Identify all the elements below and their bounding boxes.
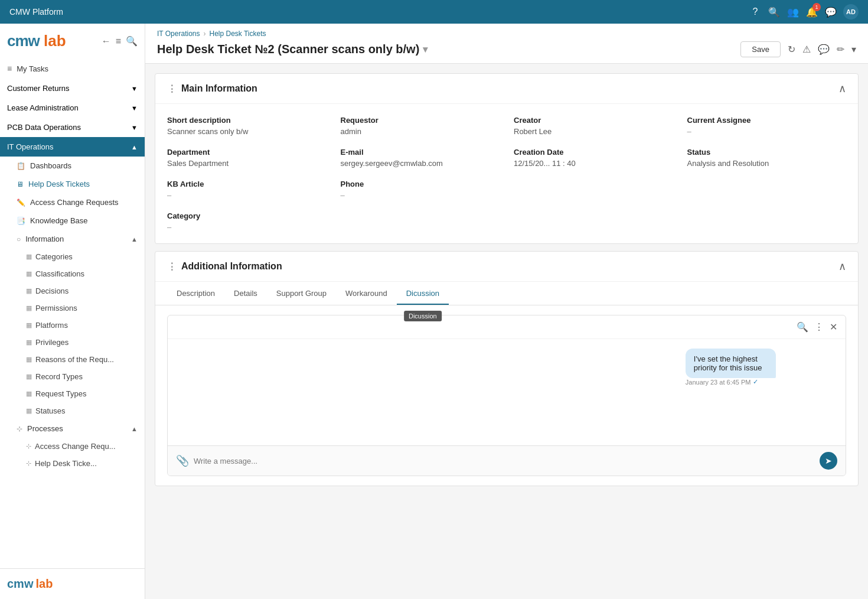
- field-value-dept: Sales Department: [167, 159, 327, 168]
- processes-chevron: ▲: [131, 425, 138, 432]
- footer-logo-cmw: cmw: [7, 577, 33, 591]
- additional-info-collapse[interactable]: ∧: [838, 260, 846, 273]
- sidebar-search-icon[interactable]: 🔍: [126, 35, 138, 47]
- send-button[interactable]: ➤: [820, 452, 837, 470]
- nav-decisions[interactable]: ▦Decisions: [0, 282, 145, 300]
- breadcrumb-parent[interactable]: IT Operations: [157, 30, 200, 38]
- field-label-short-desc: Short description: [167, 116, 327, 125]
- main-info-collapse[interactable]: ∧: [838, 82, 846, 95]
- nav-my-tasks[interactable]: ≡ My Tasks: [0, 58, 145, 79]
- tab-support-group[interactable]: Support Group: [267, 282, 336, 305]
- messages-icon[interactable]: 💬: [824, 5, 837, 18]
- field-label-category: Category: [167, 211, 327, 220]
- nav-help-desk-tickets[interactable]: 🖥 Help Desk Tickets: [0, 175, 145, 193]
- nav-information-header[interactable]: ○ Information ▲: [0, 230, 145, 248]
- nav-pcb-ops[interactable]: PCB Data Operations ▼: [0, 118, 145, 137]
- title-dropdown-icon[interactable]: ▾: [423, 44, 428, 55]
- nav-access-change-requ[interactable]: ⊹Access Change Requ...: [0, 438, 145, 455]
- warning-icon[interactable]: ⚠: [802, 44, 811, 55]
- save-button[interactable]: Save: [740, 41, 781, 57]
- message-meta: January 23 at 6:45 PM ✓: [686, 378, 836, 386]
- app-title: CMW Platform: [9, 7, 63, 17]
- nav-help-desk-ticke[interactable]: ⊹Help Desk Ticke...: [0, 455, 145, 472]
- tab-details[interactable]: Details: [224, 282, 267, 305]
- nav-platforms[interactable]: ▦Platforms: [0, 317, 145, 334]
- chat-input[interactable]: [194, 457, 815, 465]
- field-label-status: Status: [687, 148, 847, 157]
- chat-search-icon[interactable]: 🔍: [797, 321, 808, 333]
- nav-privileges[interactable]: ▦Privileges: [0, 334, 145, 351]
- sidebar-controls: ← ≡ 🔍: [102, 35, 138, 47]
- field-current-assignee: Current Assignee –: [687, 116, 847, 136]
- field-value-email: sergey.sergeev@cmwlab.com: [341, 159, 500, 168]
- nav-processes-header[interactable]: ⊹ Processes ▲: [0, 419, 145, 438]
- nav-permissions[interactable]: ▦Permissions: [0, 300, 145, 317]
- nav-customer-returns[interactable]: Customer Returns ▼: [0, 79, 145, 98]
- field-value-assignee: –: [687, 127, 847, 136]
- drag-handle[interactable]: ⋮: [167, 83, 177, 95]
- field-label-phone: Phone: [341, 180, 500, 188]
- field-value-category: –: [167, 223, 327, 232]
- logo: cmw lab: [7, 32, 66, 50]
- customer-returns-chevron: ▼: [131, 85, 138, 92]
- message-bubble: I've set the highest priority for this i…: [686, 349, 776, 378]
- nav-knowledge-base[interactable]: 📑 Knowledge Base: [0, 211, 145, 230]
- dashboards-icon: 📋: [17, 162, 25, 170]
- chat-close-icon[interactable]: ✕: [830, 321, 837, 333]
- comment-icon[interactable]: 💬: [818, 44, 830, 55]
- kb-label: Knowledge Base: [30, 216, 88, 225]
- nav-statuses[interactable]: ▦Statuses: [0, 402, 145, 419]
- field-label-email: E-mail: [341, 148, 500, 157]
- search-icon[interactable]: 🔍: [768, 5, 781, 18]
- nav-reasons[interactable]: ▦Reasons of the Requ...: [0, 351, 145, 368]
- chat-toolbar: 🔍 ⋮ ✕: [168, 315, 846, 339]
- topbar: CMW Platform ? 🔍 👥 🔔 1 💬 AD: [0, 0, 868, 24]
- refresh-icon[interactable]: ↻: [788, 44, 795, 55]
- additional-info-title-text: Additional Information: [181, 261, 282, 272]
- more-icon[interactable]: ▾: [851, 44, 856, 55]
- notifications-icon[interactable]: 🔔 1: [805, 5, 818, 18]
- field-value-creator: Robert Lee: [514, 127, 673, 136]
- chat-more-icon[interactable]: ⋮: [814, 321, 824, 333]
- nav-categories[interactable]: ▦Categories: [0, 248, 145, 265]
- nav-dashboards[interactable]: 📋 Dashboards: [0, 157, 145, 175]
- avatar[interactable]: AD: [843, 4, 859, 19]
- page-title: Help Desk Ticket №2 (Scanner scans only …: [157, 43, 428, 56]
- tab-discussion-label: Dicussion: [406, 289, 439, 298]
- breadcrumb: IT Operations › Help Desk Tickets: [157, 30, 856, 38]
- lease-admin-chevron: ▼: [131, 105, 138, 112]
- kb-icon: 📑: [17, 217, 25, 225]
- content-area: IT Operations › Help Desk Tickets Help D…: [145, 24, 868, 599]
- field-status: Status Analysis and Resolution: [687, 148, 847, 168]
- field-requestor: Requestor admin: [341, 116, 500, 136]
- back-icon[interactable]: ←: [102, 36, 111, 47]
- message-item: I've set the highest priority for this i…: [686, 349, 836, 386]
- additional-info-header: ⋮ Additional Information ∧: [155, 252, 858, 282]
- tab-workaround[interactable]: Workaround: [336, 282, 397, 305]
- field-value-short-desc: Scanner scans only b/w: [167, 127, 327, 136]
- main-layout: cmw lab ← ≡ 🔍 ≡ My Tasks Customer Return…: [0, 24, 868, 599]
- help-icon[interactable]: ?: [749, 5, 762, 18]
- nav-it-operations[interactable]: IT Operations ▲: [0, 137, 145, 157]
- pcb-ops-label: PCB Data Operations: [7, 123, 81, 132]
- menu-icon[interactable]: ≡: [116, 36, 121, 47]
- users-icon[interactable]: 👥: [787, 5, 800, 18]
- access-icon: ✏️: [17, 198, 25, 207]
- main-info-fields: Short description Scanner scans only b/w…: [155, 104, 858, 243]
- breadcrumb-current[interactable]: Help Desk Tickets: [209, 30, 266, 38]
- edit-icon[interactable]: ✏: [837, 44, 844, 55]
- nav-access-change-requests[interactable]: ✏️ Access Change Requests: [0, 193, 145, 211]
- nav-lease-admin[interactable]: Lease Administration ▼: [0, 98, 145, 118]
- attach-icon[interactable]: 📎: [176, 454, 189, 467]
- title-row: Help Desk Ticket №2 (Scanner scans only …: [157, 41, 856, 63]
- additional-drag-handle[interactable]: ⋮: [167, 261, 177, 272]
- tab-discussion[interactable]: Dicussion Dicussion: [397, 282, 449, 305]
- nav-classifications[interactable]: ▦Classifications: [0, 265, 145, 282]
- logo-lab: lab: [44, 32, 66, 50]
- message-time: January 23 at 6:45 PM: [686, 379, 751, 386]
- nav-request-types[interactable]: ▦Request Types: [0, 385, 145, 402]
- main-info-title-text: Main Information: [181, 83, 257, 94]
- tab-description[interactable]: Description: [167, 282, 224, 305]
- nav-record-types[interactable]: ▦Record Types: [0, 368, 145, 385]
- access-label: Access Change Requests: [30, 198, 119, 207]
